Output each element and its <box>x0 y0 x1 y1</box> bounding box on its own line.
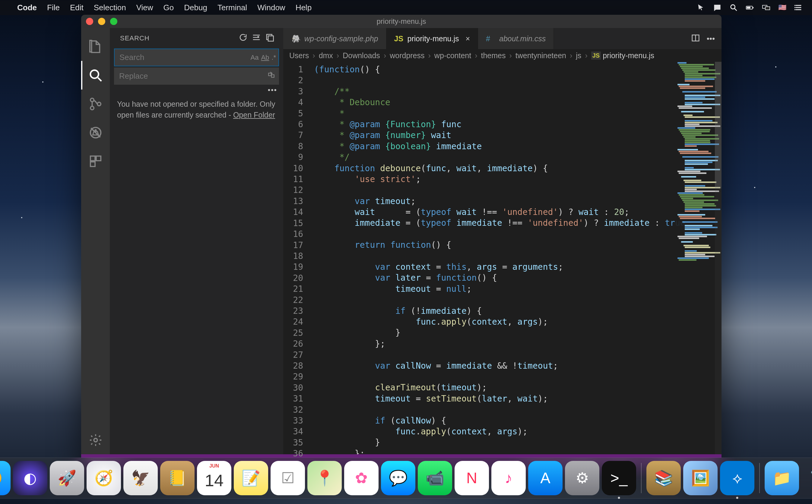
js-file-icon: JS <box>394 34 403 43</box>
window-zoom-button[interactable] <box>110 18 117 25</box>
scrollbar-thumb[interactable] <box>715 62 722 188</box>
activity-explorer[interactable] <box>81 32 110 61</box>
menubar-help[interactable]: Help <box>290 3 317 12</box>
dock-reminders[interactable]: ☑︎ <box>270 461 305 495</box>
dock-terminal[interactable]: >_ <box>602 461 636 495</box>
vscode-window: priority-menu.js SEARCH <box>81 15 722 468</box>
svg-line-1 <box>735 9 737 11</box>
activity-settings[interactable] <box>81 426 110 454</box>
svg-rect-23 <box>253 39 260 40</box>
battery-icon[interactable] <box>742 3 758 12</box>
menubar-go[interactable]: Go <box>158 3 179 12</box>
svg-rect-25 <box>268 36 273 41</box>
dock-mail[interactable]: 🦅 <box>123 461 158 495</box>
split-editor-icon[interactable] <box>691 33 700 44</box>
editor-scrollbar[interactable] <box>715 62 722 454</box>
dock-maps[interactable]: 📍 <box>307 461 342 495</box>
dock-messages[interactable]: 💬 <box>381 461 416 495</box>
match-case-icon[interactable]: Aa <box>250 54 258 61</box>
window-titlebar[interactable]: priority-menu.js <box>81 15 722 28</box>
editor[interactable]: 1234567891011121314151617181920212223242… <box>283 62 722 454</box>
breadcrumb-segment[interactable]: themes <box>481 51 506 60</box>
svg-point-8 <box>795 7 796 8</box>
breadcrumbs[interactable]: Users› dmx› Downloads› wordpress› wp-con… <box>283 49 722 62</box>
dock-appstore[interactable]: A <box>528 461 563 495</box>
macos-dock: 🙂◐🚀🧭🦅📒JUN14📝☑︎📍✿💬📹N♪A⚙︎>_📚🖼️⟡📁🗑️ <box>0 458 812 499</box>
svg-point-12 <box>90 98 94 102</box>
breadcrumb-segment[interactable]: dmx <box>319 51 333 60</box>
svg-point-10 <box>90 70 98 78</box>
replace-input[interactable] <box>114 68 279 85</box>
dock-launchpad[interactable]: 🚀 <box>50 461 84 495</box>
dock-safari[interactable]: 🧭 <box>87 461 121 495</box>
search-toggle-details-icon[interactable]: ••• <box>110 85 283 96</box>
tab-wp-config[interactable]: 🐘 wp-config-sample.php <box>283 28 386 49</box>
tab-priority-menu[interactable]: JS priority-menu.js × <box>386 28 478 49</box>
match-whole-word-icon[interactable]: Ab <box>261 54 269 61</box>
open-folder-link[interactable]: Open Folder <box>233 111 275 119</box>
svg-rect-21 <box>253 35 260 36</box>
dock-preview[interactable]: 🖼️ <box>683 461 718 495</box>
menubar-edit[interactable]: Edit <box>65 3 89 12</box>
svg-rect-26 <box>268 73 271 76</box>
breadcrumb-leaf[interactable]: priority-menu.js <box>603 51 654 60</box>
window-title: priority-menu.js <box>376 17 426 26</box>
window-minimize-button[interactable] <box>98 18 105 25</box>
dock-photos[interactable]: ✿ <box>344 461 378 495</box>
css-file-icon: # <box>486 34 495 43</box>
more-actions-icon[interactable]: ••• <box>707 34 715 43</box>
menubar-window[interactable]: Window <box>252 3 290 12</box>
svg-rect-22 <box>253 37 257 38</box>
spotlight-icon[interactable] <box>725 3 742 12</box>
breadcrumb-segment[interactable]: wordpress <box>390 51 425 60</box>
breadcrumb-segment[interactable]: Downloads <box>343 51 380 60</box>
search-refresh-icon[interactable] <box>238 33 248 44</box>
dock-vscode[interactable]: ⟡ <box>720 461 754 495</box>
dock-downloads[interactable]: 📁 <box>765 461 799 495</box>
menubar-selection[interactable]: Selection <box>89 3 131 12</box>
tab-close-icon[interactable]: × <box>466 34 470 43</box>
search-collapse-icon[interactable] <box>265 33 274 44</box>
dock-trash[interactable]: 🗑️ <box>801 461 812 495</box>
dock-calendar[interactable]: JUN14 <box>197 461 231 495</box>
dock-itunes[interactable]: ♪ <box>491 461 526 495</box>
menubar-terminal[interactable]: Terminal <box>212 3 252 12</box>
dock-contacts[interactable]: 📒 <box>160 461 194 495</box>
window-close-button[interactable] <box>86 18 93 25</box>
dock-preferences[interactable]: ⚙︎ <box>565 461 599 495</box>
breadcrumb-segment[interactable]: Users <box>289 51 309 60</box>
menubar-app-name[interactable]: Code <box>12 3 42 12</box>
dock-news[interactable]: N <box>455 461 489 495</box>
activity-debug[interactable] <box>81 118 110 147</box>
dock-facetime[interactable]: 📹 <box>418 461 452 495</box>
menubar-list-icon[interactable] <box>790 3 807 12</box>
svg-point-20 <box>94 438 97 442</box>
svg-rect-4 <box>747 7 750 9</box>
activity-extensions[interactable] <box>81 147 110 175</box>
breadcrumb-segment[interactable]: twentynineteen <box>516 51 566 60</box>
displays-icon[interactable] <box>758 3 774 12</box>
search-empty-message: You have not opened or specified a folde… <box>110 96 283 124</box>
dock-finder[interactable]: 🙂 <box>0 461 11 495</box>
dock-siri[interactable]: ◐ <box>13 461 47 495</box>
menubar-file[interactable]: File <box>42 3 65 12</box>
statusitem-cursor-icon[interactable] <box>693 3 709 12</box>
menubar-debug[interactable]: Debug <box>179 3 212 12</box>
replace-all-icon[interactable] <box>267 71 275 80</box>
tab-about-css[interactable]: # about.min.css <box>478 28 554 49</box>
activity-search[interactable] <box>81 61 110 90</box>
activity-scm[interactable] <box>81 90 110 118</box>
code-content[interactable]: (function() { /** * Debounce * * @param … <box>310 62 722 454</box>
dock-notes[interactable]: 📝 <box>234 461 268 495</box>
notification-center-icon[interactable] <box>709 3 725 12</box>
js-file-icon: JS <box>591 52 601 60</box>
breadcrumb-segment[interactable]: wp-content <box>435 51 471 60</box>
regex-icon[interactable]: .* <box>271 54 276 61</box>
search-clear-icon[interactable] <box>252 33 261 44</box>
dock-dictionary[interactable]: 📚 <box>646 461 681 495</box>
svg-rect-19 <box>90 162 95 166</box>
breadcrumb-segment[interactable]: js <box>576 51 581 60</box>
menubar-view[interactable]: View <box>131 3 158 12</box>
minimap[interactable] <box>676 62 720 454</box>
input-source-us-icon[interactable]: 🇺🇸 <box>774 4 790 11</box>
